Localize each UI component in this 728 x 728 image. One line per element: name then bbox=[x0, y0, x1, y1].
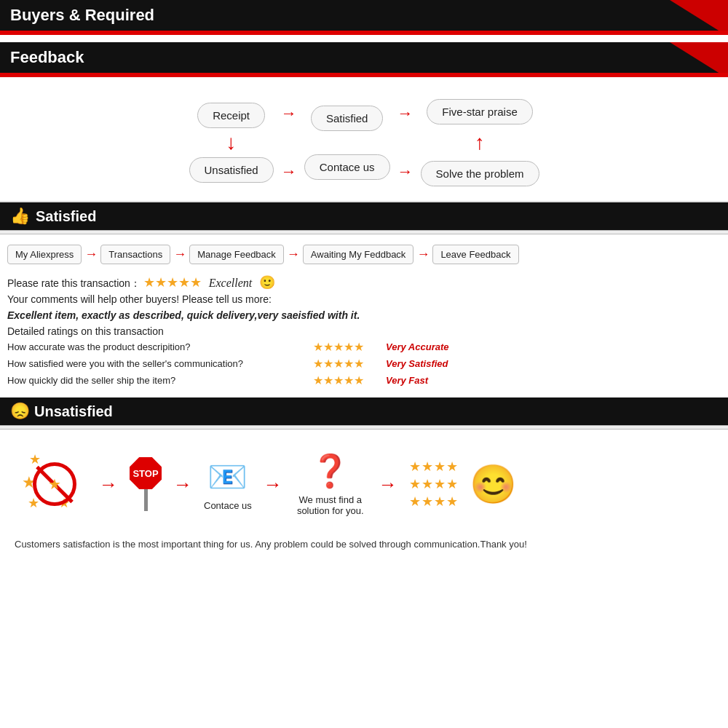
nav-arrow-2: → bbox=[173, 247, 186, 262]
contact-item: 📧 Contace us bbox=[204, 458, 252, 511]
unsat-section: ★ ★ ★ ★ ★ → STOP → 📧 bbox=[0, 430, 728, 567]
rate-line: Please rate this transaction： ★★★★★ Exce… bbox=[7, 274, 721, 290]
flow-diagram: Receipt ↓ Unsatisfied → → Satisfied Cont… bbox=[0, 84, 728, 202]
star-tl: ★ bbox=[29, 451, 41, 467]
s12: ★ bbox=[446, 494, 458, 510]
nav-awaiting-feedback[interactable]: Awaiting My Feddback bbox=[303, 245, 414, 264]
arrow-right-2: → bbox=[397, 104, 414, 123]
satisfied-header-text: Satisfied bbox=[36, 208, 96, 225]
s6: ★ bbox=[422, 476, 433, 492]
feedback-header-text: Feedback bbox=[10, 48, 84, 66]
red-divider-1 bbox=[0, 31, 728, 35]
unsat-arrow-4: → bbox=[379, 473, 397, 496]
flow-unsatisfied: Unsatisfied bbox=[189, 157, 274, 183]
ratings-q3: How quickly did the seller ship the item… bbox=[7, 375, 313, 386]
bottom-text: Customers satisfaction is the most impor… bbox=[7, 524, 721, 560]
buyers-header-text: Buyers & Required bbox=[10, 6, 154, 24]
stars-cluster-item: ★ ★ ★ ★ ★ ★ ★ ★ ★ ★ ★ ★ bbox=[409, 459, 458, 510]
ratings-stars-2: ★★★★★ bbox=[313, 357, 386, 371]
s3: ★ bbox=[434, 459, 446, 475]
rate-label: Please rate this transaction： bbox=[7, 277, 141, 289]
s5: ★ bbox=[409, 476, 421, 492]
no-circle: ★ bbox=[33, 462, 76, 506]
solution-label: We must find a solution for you. bbox=[294, 494, 367, 516]
ratings-val-3: Very Fast bbox=[386, 375, 428, 386]
nav-my-aliexpress[interactable]: My Aliexpress bbox=[7, 245, 82, 264]
arrow-right-5: → bbox=[397, 162, 414, 181]
ratings-q2: How satisfied were you with the seller's… bbox=[7, 358, 313, 369]
stop-sign: STOP bbox=[130, 457, 162, 511]
stars-cluster-grid: ★ ★ ★ ★ ★ ★ ★ ★ ★ ★ ★ ★ bbox=[409, 459, 458, 510]
s4: ★ bbox=[446, 459, 458, 475]
s2: ★ bbox=[422, 459, 433, 475]
no-star-wrapper: ★ ★ ★ ★ ★ bbox=[22, 451, 87, 517]
rate-section: Please rate this transaction： ★★★★★ Exce… bbox=[0, 274, 728, 397]
arrow-up-container: ↑ bbox=[475, 132, 485, 154]
smiley-icon: 🙂 bbox=[259, 275, 275, 290]
nav-transactions[interactable]: Transactions bbox=[100, 245, 170, 264]
nav-arrow-1: → bbox=[84, 247, 98, 262]
nav-flow: My Aliexpress → Transactions → Manage Fe… bbox=[0, 234, 728, 274]
flow-satisfied: Satisfied bbox=[311, 106, 384, 131]
s7: ★ bbox=[434, 476, 446, 492]
ratings-val-1: Very Accurate bbox=[386, 341, 448, 352]
unsatisfied-header: 😞 Unsatisfied bbox=[0, 397, 728, 425]
stop-sign-shape: STOP bbox=[130, 457, 162, 489]
question-mark-icon: ❓ bbox=[310, 452, 350, 490]
ratings-row-1: How accurate was the product descripitio… bbox=[7, 340, 721, 354]
stars-row-3: ★ ★ ★ ★ bbox=[409, 494, 458, 510]
s8: ★ bbox=[446, 476, 458, 492]
arrow-down-icon: ↓ bbox=[226, 132, 237, 153]
solution-item: ❓ We must find a solution for you. bbox=[294, 452, 367, 516]
ratings-row-3: How quickly did the seller ship the item… bbox=[7, 373, 721, 387]
arrow-up-icon: ↑ bbox=[475, 132, 485, 153]
contact-label: Contace us bbox=[204, 500, 252, 511]
flow-solve: Solve the problem bbox=[421, 161, 539, 186]
nav-leave-feedback[interactable]: Leave Feedback bbox=[432, 245, 518, 264]
stars-row-2: ★ ★ ★ ★ bbox=[409, 476, 458, 492]
nav-manage-feedback[interactable]: Manage Feedback bbox=[189, 245, 284, 264]
thumb-up-icon: 👍 bbox=[10, 207, 30, 226]
arrow-right-4: → bbox=[281, 162, 297, 181]
flow-fivestar: Five-star praise bbox=[427, 99, 532, 124]
excellent-text: Excellent bbox=[209, 277, 253, 289]
satisfied-header: 👍 Satisfied bbox=[0, 202, 728, 230]
ratings-header: Detailed ratings on this transaction bbox=[7, 325, 721, 337]
center-star: ★ bbox=[48, 475, 61, 493]
sad-face-icon: 😞 bbox=[10, 402, 30, 421]
stop-pole bbox=[144, 489, 148, 511]
buyers-header: Buyers & Required bbox=[0, 0, 728, 31]
flow-row-top: Receipt ↓ Unsatisfied → → Satisfied Cont… bbox=[189, 99, 539, 186]
comment-text: Excellent item, exactly as described, qu… bbox=[7, 309, 721, 321]
ratings-q1: How accurate was the product descripitio… bbox=[7, 341, 313, 352]
ratings-row-2: How satisfied were you with the seller's… bbox=[7, 357, 721, 371]
s10: ★ bbox=[422, 494, 433, 510]
unsatisfied-header-text: Unsatisfied bbox=[34, 403, 113, 420]
red-divider-2 bbox=[0, 73, 728, 77]
unsat-arrow-2: → bbox=[173, 473, 192, 496]
phone-email-icon: 📧 bbox=[207, 458, 248, 496]
ratings-val-2: Very Satisfied bbox=[386, 358, 448, 369]
arrow-down-container: ↓ bbox=[226, 132, 237, 153]
rating-stars: ★★★★★ bbox=[143, 275, 202, 290]
nav-arrow-3: → bbox=[287, 247, 300, 262]
stars-row-1: ★ ★ ★ ★ bbox=[409, 459, 458, 475]
unsat-flow: ★ ★ ★ ★ ★ → STOP → 📧 bbox=[7, 444, 721, 524]
feedback-header: Feedback bbox=[0, 42, 728, 73]
s1: ★ bbox=[409, 459, 421, 475]
no-star-item: ★ ★ ★ ★ ★ bbox=[22, 451, 87, 517]
flow-contact: Contace us bbox=[304, 154, 390, 180]
nav-arrow-4: → bbox=[416, 247, 430, 262]
stop-sign-item: STOP bbox=[130, 457, 162, 511]
big-smiley-icon: 😊 bbox=[470, 462, 517, 507]
ratings-stars-3: ★★★★★ bbox=[313, 373, 386, 387]
comment-label: Your comments will help other buyers! Pl… bbox=[7, 293, 721, 305]
arrow-right-1: → bbox=[281, 104, 297, 123]
ratings-table: Detailed ratings on this transaction How… bbox=[7, 325, 721, 387]
unsat-arrow-1: → bbox=[99, 473, 118, 496]
s9: ★ bbox=[409, 494, 421, 510]
ratings-stars-1: ★★★★★ bbox=[313, 340, 386, 354]
unsat-arrow-3: → bbox=[264, 473, 282, 496]
big-smiley-item: 😊 bbox=[470, 462, 517, 507]
s11: ★ bbox=[434, 494, 446, 510]
